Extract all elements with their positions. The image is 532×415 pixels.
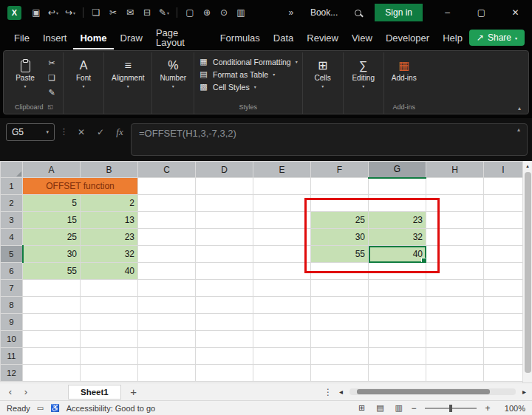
undo-caret-icon[interactable]: ▾: [56, 10, 58, 16]
print-icon[interactable]: ⊟: [139, 4, 155, 21]
cell-G2[interactable]: [369, 195, 426, 212]
insert-function-button[interactable]: fx: [112, 123, 128, 141]
cell-A8[interactable]: [23, 297, 81, 314]
cell-H6[interactable]: [426, 263, 484, 280]
editing-button[interactable]: ∑ Editing ▾: [348, 54, 379, 91]
column-header-A[interactable]: A: [23, 162, 81, 178]
cell-I3[interactable]: [484, 212, 523, 229]
cell-A6[interactable]: 55: [23, 263, 81, 280]
cell-B8[interactable]: [81, 297, 138, 314]
cell-F1[interactable]: [311, 178, 369, 195]
cell-B12[interactable]: [81, 365, 138, 382]
cell-I10[interactable]: [484, 331, 523, 348]
zoom-slider-thumb[interactable]: [449, 405, 452, 412]
add-sheet-button[interactable]: +: [128, 385, 140, 398]
cell-H10[interactable]: [426, 331, 484, 348]
scroll-up-icon[interactable]: ▴: [523, 161, 532, 171]
cell-H4[interactable]: [426, 229, 484, 246]
cell-I5[interactable]: [484, 246, 523, 263]
row-header-9[interactable]: 9: [1, 314, 23, 331]
add-icon[interactable]: ⊕: [199, 4, 215, 21]
cell-E6[interactable]: [253, 263, 311, 280]
hscroll-left-icon[interactable]: ◂: [339, 388, 343, 396]
menu-tab-help[interactable]: Help: [436, 27, 469, 49]
cell-I9[interactable]: [484, 314, 523, 331]
vertical-scrollbar[interactable]: ▴: [522, 161, 532, 383]
cell-G1[interactable]: [369, 178, 426, 195]
sign-in-button[interactable]: Sign in: [375, 4, 423, 21]
cell-E11[interactable]: [253, 348, 311, 365]
cell-E7[interactable]: [253, 280, 311, 297]
menu-tab-formulas[interactable]: Formulas: [214, 27, 267, 49]
vertical-scrollbar-thumb[interactable]: [525, 172, 531, 373]
cell-D8[interactable]: [196, 297, 253, 314]
cell-D1[interactable]: [196, 178, 253, 195]
row-header-3[interactable]: 3: [1, 212, 23, 229]
cell-D5[interactable]: [196, 246, 253, 263]
column-header-E[interactable]: E: [253, 162, 311, 178]
row-header-4[interactable]: 4: [1, 229, 23, 246]
column-header-D[interactable]: D: [196, 162, 253, 178]
cell-A4[interactable]: 25: [23, 229, 81, 246]
cell-B9[interactable]: [81, 314, 138, 331]
font-button[interactable]: A Font ▾: [68, 54, 99, 91]
cell-G6[interactable]: [369, 263, 426, 280]
cell-B2[interactable]: 2: [81, 195, 138, 212]
cell-H2[interactable]: [426, 195, 484, 212]
cell-A7[interactable]: [23, 280, 81, 297]
cell-D6[interactable]: [196, 263, 253, 280]
cell-A9[interactable]: [23, 314, 81, 331]
cell-B11[interactable]: [81, 348, 138, 365]
menu-tab-developer[interactable]: Developer: [379, 27, 436, 49]
cell-D12[interactable]: [196, 365, 253, 382]
cell-H12[interactable]: [426, 365, 484, 382]
column-header-C[interactable]: C: [138, 162, 196, 178]
cell-E5[interactable]: [253, 246, 311, 263]
addins-button[interactable]: ▦ Add-ins: [389, 54, 420, 84]
cell-G10[interactable]: [369, 331, 426, 348]
cell-E1[interactable]: [253, 178, 311, 195]
macro-record-icon[interactable]: ▭: [37, 404, 44, 412]
zoom-slider[interactable]: [425, 408, 477, 409]
cell-H8[interactable]: [426, 297, 484, 314]
cell-F3[interactable]: 25: [311, 212, 369, 229]
menu-tab-data[interactable]: Data: [267, 27, 300, 49]
sheet-bar-dots-icon[interactable]: ⋮: [324, 387, 332, 397]
cell-H1[interactable]: [426, 178, 484, 195]
book-icon[interactable]: ▥: [233, 4, 249, 21]
menu-tab-draw[interactable]: Draw: [114, 27, 149, 49]
cell-E12[interactable]: [253, 365, 311, 382]
cell-D11[interactable]: [196, 348, 253, 365]
row-header-1[interactable]: 1: [1, 178, 23, 195]
cell-styles-button[interactable]: ▩ Cell Styles ▾: [199, 82, 298, 92]
horizontal-scrollbar[interactable]: [349, 388, 516, 395]
cell-B4[interactable]: 23: [81, 229, 138, 246]
cell-I6[interactable]: [484, 263, 523, 280]
search-icon[interactable]: [349, 4, 366, 21]
formula-input[interactable]: =OFFSET(H1,3,-7,3,2) ▴: [131, 123, 528, 156]
cell-C12[interactable]: [138, 365, 196, 382]
redo-caret-icon[interactable]: ▾: [73, 10, 75, 16]
zoom-in-button[interactable]: +: [483, 403, 492, 414]
format-painter-icon[interactable]: ✎▾: [156, 4, 172, 21]
row-header-6[interactable]: 6: [1, 263, 23, 280]
zoom-level-label[interactable]: 100%: [499, 404, 525, 413]
cell-F10[interactable]: [311, 331, 369, 348]
menu-tab-page-layout[interactable]: Page Layout: [149, 21, 214, 54]
cell-F4[interactable]: 30: [311, 229, 369, 246]
page-break-view-icon[interactable]: ▥: [395, 403, 403, 413]
cell-B10[interactable]: [81, 331, 138, 348]
cell-I2[interactable]: [484, 195, 523, 212]
cell-G3[interactable]: 23: [369, 212, 426, 229]
cell-C6[interactable]: [138, 263, 196, 280]
row-header-5[interactable]: 5: [1, 246, 23, 263]
enter-entry-button[interactable]: ✓: [92, 123, 109, 141]
accessibility-icon[interactable]: ♿: [50, 404, 59, 412]
cell-I4[interactable]: [484, 229, 523, 246]
cell-C11[interactable]: [138, 348, 196, 365]
cell-A5[interactable]: 30: [23, 246, 81, 263]
page-layout-view-icon[interactable]: ▤: [376, 403, 383, 413]
cell-E3[interactable]: [253, 212, 311, 229]
cell-A10[interactable]: [23, 331, 81, 348]
cell-E9[interactable]: [253, 314, 311, 331]
